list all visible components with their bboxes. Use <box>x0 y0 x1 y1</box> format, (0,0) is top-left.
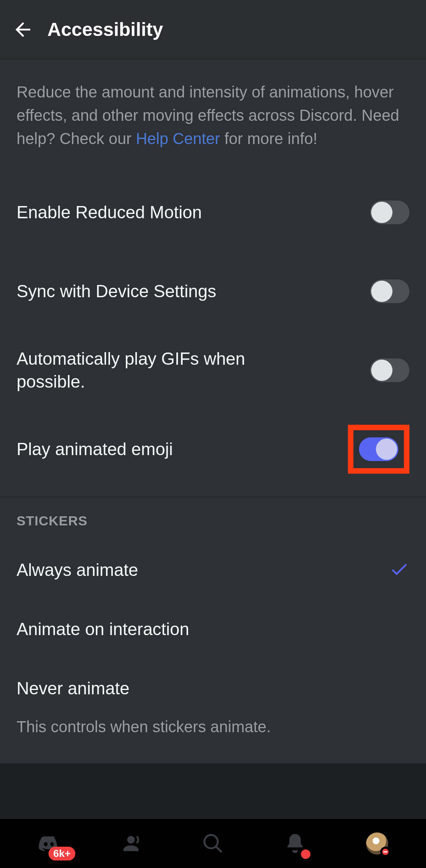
label-never-animate: Never animate <box>17 679 129 698</box>
notification-dot <box>301 849 310 859</box>
toggle-knob <box>371 202 392 223</box>
friends-icon <box>120 832 142 855</box>
header: Accessibility <box>0 0 426 59</box>
servers-badge: 6k+ <box>49 847 75 861</box>
nav-notifications[interactable] <box>277 826 313 861</box>
label-reduced-motion: Enable Reduced Motion <box>17 201 202 223</box>
toggle-knob <box>371 281 392 302</box>
label-animated-emoji: Play animated emoji <box>17 438 173 460</box>
intro-text: Reduce the amount and intensity of anima… <box>0 59 426 173</box>
toggle-knob <box>371 360 392 381</box>
status-dnd-icon <box>380 847 390 857</box>
highlight-box <box>348 425 409 474</box>
label-autoplay-gifs: Automatically play GIFs when possible. <box>17 347 316 392</box>
row-sync-device[interactable]: Sync with Device Settings <box>0 252 426 331</box>
search-icon <box>202 832 224 855</box>
arrow-left-icon <box>12 19 34 41</box>
label-animate-interaction: Animate on interaction <box>17 619 189 639</box>
page-title: Accessibility <box>47 19 163 40</box>
row-animated-emoji[interactable]: Play animated emoji <box>0 410 426 489</box>
intro-after: for more info! <box>220 130 318 147</box>
content: Reduce the amount and intensity of anima… <box>0 59 426 763</box>
option-always-animate[interactable]: Always animate <box>0 540 426 600</box>
back-button[interactable] <box>12 19 47 41</box>
label-sync-device: Sync with Device Settings <box>17 280 216 302</box>
toggle-autoplay-gifs[interactable] <box>370 358 409 382</box>
check-icon <box>389 559 409 581</box>
nav-friends[interactable] <box>113 826 149 861</box>
row-reduced-motion[interactable]: Enable Reduced Motion <box>0 173 426 252</box>
option-never-animate[interactable]: Never animate <box>0 659 426 718</box>
toggle-knob <box>376 439 397 460</box>
section-title-stickers: STICKERS <box>0 497 426 540</box>
label-always-animate: Always animate <box>17 560 138 580</box>
nav-search[interactable] <box>195 826 231 861</box>
toggle-sync-device[interactable] <box>370 279 409 303</box>
stickers-description: This controls when stickers animate. <box>0 718 426 756</box>
bottom-nav: 6k+ <box>0 819 426 868</box>
help-center-link[interactable]: Help Center <box>136 130 220 147</box>
avatar <box>366 832 388 855</box>
row-autoplay-gifs[interactable]: Automatically play GIFs when possible. <box>0 331 426 410</box>
toggle-animated-emoji[interactable] <box>359 437 398 461</box>
option-animate-interaction[interactable]: Animate on interaction <box>0 600 426 659</box>
toggle-reduced-motion[interactable] <box>370 201 409 224</box>
nav-profile[interactable] <box>359 826 395 861</box>
nav-servers[interactable]: 6k+ <box>31 826 67 861</box>
